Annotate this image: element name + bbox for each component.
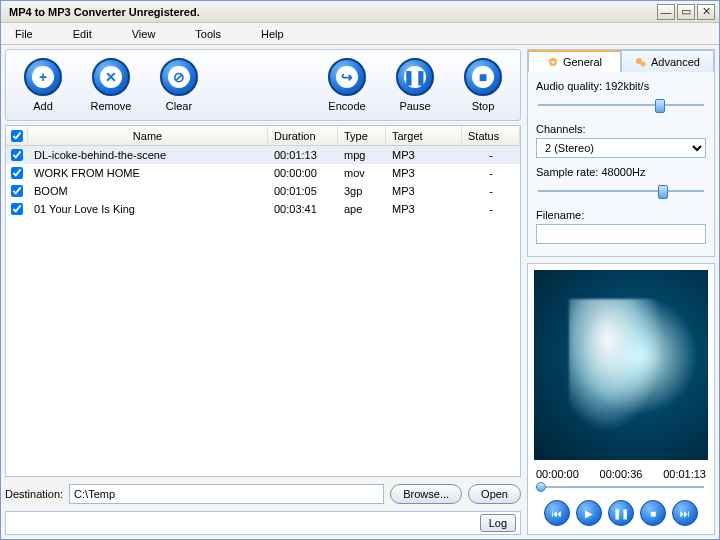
time-start: 00:00:00	[536, 468, 579, 480]
gears-icon	[635, 56, 647, 68]
add-button[interactable]: +Add	[16, 58, 70, 112]
cell-type: mov	[338, 164, 386, 182]
cell-target: MP3	[386, 164, 462, 182]
log-button[interactable]: Log	[480, 514, 516, 532]
cell-target: MP3	[386, 146, 462, 164]
log-bar: Log	[5, 511, 521, 535]
col-name[interactable]: Name	[28, 126, 268, 145]
table-row[interactable]: 01 Your Love Is King00:03:41apeMP3-	[6, 200, 520, 218]
row-checkbox[interactable]	[11, 203, 23, 215]
destination-label: Destination:	[5, 488, 63, 500]
cell-name: 01 Your Love Is King	[28, 200, 268, 218]
time-mid: 00:00:36	[600, 468, 643, 480]
player-pause-button[interactable]: ❚❚	[608, 500, 634, 526]
maximize-button[interactable]: ▭	[677, 4, 695, 20]
col-target[interactable]: Target	[386, 126, 462, 145]
filename-label: Filename:	[536, 209, 706, 221]
menu-view[interactable]: View	[132, 28, 156, 40]
window-title: MP4 to MP3 Converter Unregistered.	[5, 6, 655, 18]
filename-input[interactable]	[536, 224, 706, 244]
pause-icon: ❚❚	[404, 66, 426, 88]
gear-icon	[547, 56, 559, 68]
prev-button[interactable]: ⏮	[544, 500, 570, 526]
playback-slider[interactable]	[536, 482, 706, 492]
cell-name: DL-icoke-behind-the-scene	[28, 146, 268, 164]
cell-name: WORK FROM HOME	[28, 164, 268, 182]
stop-button[interactable]: ■Stop	[456, 58, 510, 112]
menu-help[interactable]: Help	[261, 28, 284, 40]
select-all-checkbox[interactable]	[11, 130, 23, 142]
table-row[interactable]: DL-icoke-behind-the-scene00:01:13mpgMP3-	[6, 146, 520, 164]
svg-point-1	[551, 60, 554, 63]
sample-slider[interactable]	[536, 181, 706, 201]
menu-tools[interactable]: Tools	[195, 28, 221, 40]
cell-status: -	[462, 200, 520, 218]
menubar: File Edit View Tools Help	[1, 23, 719, 45]
channels-select[interactable]: 2 (Stereo)	[536, 138, 706, 158]
cell-name: BOOM	[28, 182, 268, 200]
col-duration[interactable]: Duration	[268, 126, 338, 145]
clear-button[interactable]: ⊘Clear	[152, 58, 206, 112]
stop-icon: ■	[472, 66, 494, 88]
toolbar: +Add ✕Remove ⊘Clear ↪Encode ❚❚Pause ■Sto…	[5, 49, 521, 121]
svg-point-3	[641, 61, 646, 66]
tab-general[interactable]: General	[528, 50, 621, 72]
clear-icon: ⊘	[168, 66, 190, 88]
cell-duration: 00:01:13	[268, 146, 338, 164]
cell-status: -	[462, 164, 520, 182]
encode-button[interactable]: ↪Encode	[320, 58, 374, 112]
tab-advanced[interactable]: Advanced	[621, 50, 714, 72]
file-list: Name Duration Type Target Status DL-icok…	[5, 125, 521, 477]
player-stop-button[interactable]: ■	[640, 500, 666, 526]
cell-type: ape	[338, 200, 386, 218]
encode-icon: ↪	[336, 66, 358, 88]
quality-slider[interactable]	[536, 95, 706, 115]
minimize-button[interactable]: —	[657, 4, 675, 20]
destination-input[interactable]	[69, 484, 384, 504]
cell-target: MP3	[386, 182, 462, 200]
list-header: Name Duration Type Target Status	[6, 126, 520, 146]
cell-duration: 00:03:41	[268, 200, 338, 218]
menu-file[interactable]: File	[15, 28, 33, 40]
preview-image	[534, 270, 708, 460]
preview-panel: 00:00:00 00:00:36 00:01:13 ⏮ ▶ ❚❚ ■ ⏭	[527, 263, 715, 535]
cell-target: MP3	[386, 200, 462, 218]
time-end: 00:01:13	[663, 468, 706, 480]
time-row: 00:00:00 00:00:36 00:01:13	[528, 466, 714, 482]
remove-button[interactable]: ✕Remove	[84, 58, 138, 112]
close-button[interactable]: ✕	[697, 4, 715, 20]
sample-label: Sample rate: 48000Hz	[536, 166, 706, 178]
browse-button[interactable]: Browse...	[390, 484, 462, 504]
cell-type: mpg	[338, 146, 386, 164]
col-status[interactable]: Status	[462, 126, 520, 145]
row-checkbox[interactable]	[11, 185, 23, 197]
cell-status: -	[462, 146, 520, 164]
cell-duration: 00:00:00	[268, 164, 338, 182]
titlebar: MP4 to MP3 Converter Unregistered. — ▭ ✕	[1, 1, 719, 23]
x-icon: ✕	[100, 66, 122, 88]
next-button[interactable]: ⏭	[672, 500, 698, 526]
cell-type: 3gp	[338, 182, 386, 200]
pause-button[interactable]: ❚❚Pause	[388, 58, 442, 112]
plus-icon: +	[32, 66, 54, 88]
play-button[interactable]: ▶	[576, 500, 602, 526]
cell-status: -	[462, 182, 520, 200]
destination-row: Destination: Browse... Open	[5, 481, 521, 507]
quality-label: Audio quality: 192kbit/s	[536, 80, 706, 92]
channels-label: Channels:	[536, 123, 706, 135]
settings-panel: General Advanced Audio quality: 192kbit/…	[527, 49, 715, 257]
cell-duration: 00:01:05	[268, 182, 338, 200]
table-row[interactable]: BOOM00:01:053gpMP3-	[6, 182, 520, 200]
table-row[interactable]: WORK FROM HOME00:00:00movMP3-	[6, 164, 520, 182]
row-checkbox[interactable]	[11, 167, 23, 179]
row-checkbox[interactable]	[11, 149, 23, 161]
col-type[interactable]: Type	[338, 126, 386, 145]
open-button[interactable]: Open	[468, 484, 521, 504]
menu-edit[interactable]: Edit	[73, 28, 92, 40]
